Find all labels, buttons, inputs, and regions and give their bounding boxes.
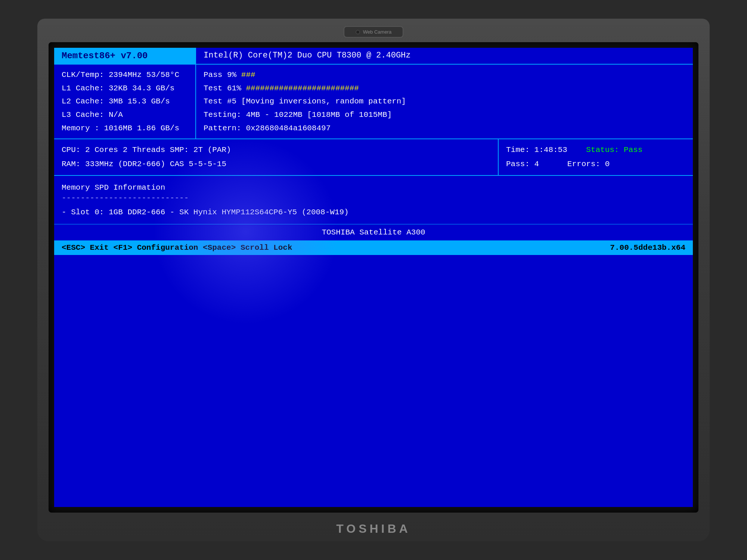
cpu-cores: CPU: 2 Cores 2 Threads SMP: 2T (PAR) [62,143,490,157]
test-num: Test #5 [Moving inversions, random patte… [204,95,685,108]
ram-info: RAM: 333MHz (DDR2-666) CAS 5-5-5-15 [62,157,490,171]
cpu-ram-info: CPU: 2 Cores 2 Threads SMP: 2T (PAR) RAM… [54,139,499,175]
test-hash: ######################## [246,84,359,93]
spd-divider: --------------------------- [62,194,685,202]
top-header: Memtest86+ v7.00 Intel(R) Core(TM)2 Duo … [54,48,693,65]
test-line: Test 61% ######################## [204,82,685,95]
test-pct: Test 61% [204,84,241,93]
laptop-body: Web Camera Memtest86+ v7.00 Intel(R) Cor… [37,19,710,541]
info-left: CLK/Temp: 2394MHz 53/58°C L1 Cache: 32KB… [54,65,196,139]
clk-temp: CLK/Temp: 2394MHz 53/58°C [62,68,188,82]
main-content: Memory SPD Information -----------------… [54,176,693,224]
pass-line: Pass 9% ### [204,68,685,82]
info-section: CLK/Temp: 2394MHz 53/58°C L1 Cache: 32KB… [54,65,693,139]
pass-hash: ### [241,71,255,79]
screen-bezel: Memtest86+ v7.00 Intel(R) Core(TM)2 Duo … [49,42,698,513]
camera-lens [356,30,360,34]
cpu-info: Intel(R) Core(TM)2 Duo CPU T8300 @ 2.40G… [196,48,693,64]
l3-cache: L3 Cache: N/A [62,108,188,122]
hotkeys: <ESC> Exit <F1> Configuration <Space> Sc… [62,243,292,252]
app-title: Memtest86+ v7.00 [54,48,196,64]
laptop-brand: TOSHIBA [49,513,698,541]
version: 7.00.5dde13b.x64 [610,243,685,252]
l2-cache: L2 Cache: 3MB 15.3 GB/s [62,95,188,108]
l1-cache: L1 Cache: 32KB 34.3 GB/s [62,82,188,95]
status: Status: Pass [586,146,642,154]
errors: Errors: 0 [567,160,610,168]
bottom-bar: <ESC> Exit <F1> Configuration <Space> Sc… [54,240,693,255]
camera-bar: Web Camera [49,26,698,38]
info-right: Pass 9% ### Test 61% ###################… [196,65,693,139]
time: Time: 1:48:53 [506,146,567,154]
camera-label: Web Camera [363,29,391,35]
machine-label: TOSHIBA Satellite A300 [54,224,693,240]
status-section: CPU: 2 Cores 2 Threads SMP: 2T (PAR) RAM… [54,139,693,176]
pass-pct: Pass 9% [204,71,236,79]
pattern: Pattern: 0x28680484a1608497 [204,122,685,135]
spd-slot0: - Slot 0: 1GB DDR2-666 - SK Hynix HYMP11… [62,208,685,217]
pass-errors-line: Pass: 4 Errors: 0 [506,157,685,171]
screen: Memtest86+ v7.00 Intel(R) Core(TM)2 Duo … [54,48,693,507]
time-status: Time: 1:48:53 Status: Pass Pass: 4 Error… [499,139,693,175]
testing-range: Testing: 4MB - 1022MB [1018MB of 1015MB] [204,108,685,122]
camera-housing: Web Camera [344,26,403,38]
spd-title: Memory SPD Information [62,183,685,192]
pass-count: Pass: 4 [506,160,539,168]
time-line: Time: 1:48:53 Status: Pass [506,143,685,157]
memory: Memory : 1016MB 1.86 GB/s [62,122,188,135]
